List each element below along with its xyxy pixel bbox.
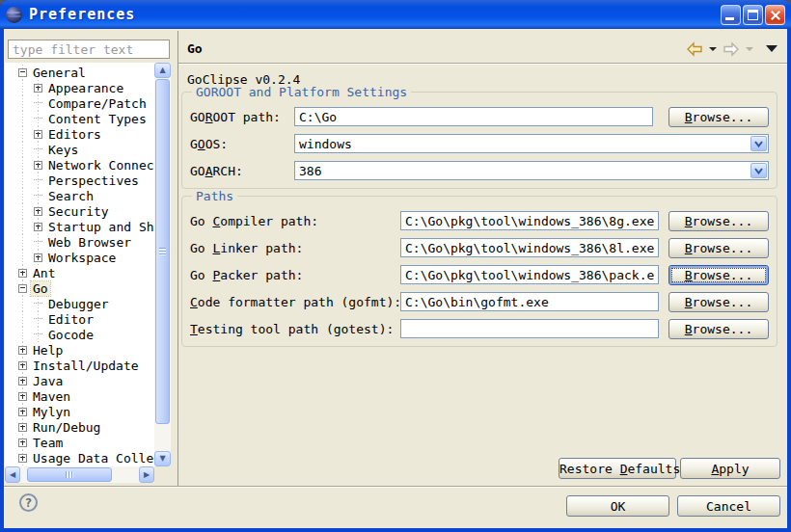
tree-connector xyxy=(34,179,42,181)
group-rows-0: GOROOT path:Browse...GOOS:windowsGOARCH:… xyxy=(190,103,769,184)
dialog-body: GeneralAppearanceCompare/PatchContent Ty… xyxy=(4,29,787,528)
filter-input[interactable] xyxy=(8,40,170,59)
chevron-down-icon[interactable] xyxy=(750,136,767,151)
cancel-button[interactable]: Cancel xyxy=(677,495,780,517)
tree-item-editor[interactable]: Editor xyxy=(5,311,154,327)
goos-select[interactable]: windows xyxy=(294,134,769,153)
tree-connector xyxy=(34,118,42,120)
tree-item-startup-and-shu[interactable]: Startup and Shu xyxy=(5,219,154,234)
minimize-button[interactable] xyxy=(721,5,741,25)
go-compiler-path-input[interactable] xyxy=(400,211,659,230)
goarch-select[interactable]: 386 xyxy=(294,161,769,180)
tree-item-label: Ant xyxy=(31,266,57,280)
tree-item-editors[interactable]: Editors xyxy=(5,126,154,142)
apply-button[interactable]: Apply xyxy=(680,458,780,479)
horizontal-scrollbar-thumb[interactable] xyxy=(27,467,112,482)
tree-item-label: Workspace xyxy=(46,251,118,265)
browse-button[interactable]: Browse... xyxy=(668,319,769,339)
tree-item-mylyn[interactable]: Mylyn xyxy=(5,404,154,419)
expand-icon[interactable] xyxy=(18,408,27,416)
tree-item-keys[interactable]: Keys xyxy=(5,142,154,157)
expand-icon[interactable] xyxy=(18,454,27,463)
tree-item-install-update[interactable]: Install/Update xyxy=(5,358,154,373)
go-packer-path-input[interactable] xyxy=(400,265,659,284)
combo-selected-value: windows xyxy=(299,136,352,152)
back-menu-icon[interactable] xyxy=(709,47,717,51)
tree-item-web-browser[interactable]: Web Browser xyxy=(5,234,154,250)
browse-button[interactable]: Browse... xyxy=(668,238,769,258)
collapse-icon[interactable] xyxy=(18,284,27,293)
forward-button[interactable] xyxy=(722,40,741,57)
tree-item-appearance[interactable]: Appearance xyxy=(5,80,154,95)
scroll-down-icon[interactable]: ▼ xyxy=(154,451,171,466)
expand-icon[interactable] xyxy=(18,269,27,278)
browse-button[interactable]: Browse... xyxy=(668,265,769,285)
expand-icon[interactable] xyxy=(18,423,27,432)
expand-icon[interactable] xyxy=(18,392,27,401)
tree-item-content-types[interactable]: Content Types xyxy=(5,111,154,126)
tree-horizontal-scrollbar[interactable]: ◀ ▶ xyxy=(5,466,154,483)
view-menu-icon[interactable] xyxy=(766,45,777,52)
scroll-left-icon[interactable]: ◀ xyxy=(5,466,20,483)
tree-item-label: Security xyxy=(46,204,111,219)
tree-item-perspectives[interactable]: Perspectives xyxy=(5,173,154,188)
tree-item-usage-data-collect[interactable]: Usage Data Collect xyxy=(5,450,154,466)
tree-vertical-scrollbar[interactable]: ▲ ▼ xyxy=(154,63,171,466)
tree-item-security[interactable]: Security xyxy=(5,203,154,219)
tree-item-java[interactable]: Java xyxy=(5,373,154,388)
expand-icon[interactable] xyxy=(34,161,42,170)
expand-icon[interactable] xyxy=(18,346,27,355)
maximize-button[interactable] xyxy=(743,5,763,25)
goroot-path-input[interactable] xyxy=(294,107,653,126)
tree-item-search[interactable]: Search xyxy=(5,188,154,203)
expand-icon[interactable] xyxy=(34,223,42,231)
help-icon[interactable]: ? xyxy=(19,493,38,512)
browse-button[interactable]: Browse... xyxy=(668,211,769,231)
expand-icon[interactable] xyxy=(18,439,27,447)
expand-icon[interactable] xyxy=(18,361,27,370)
expand-icon[interactable] xyxy=(34,253,42,262)
tree-item-maven[interactable]: Maven xyxy=(5,388,154,404)
browse-button[interactable]: Browse... xyxy=(668,107,769,127)
form-row: Go Compiler path:Browse... xyxy=(190,207,769,234)
ok-button[interactable]: OK xyxy=(566,495,669,517)
tree-item-team[interactable]: Team xyxy=(5,435,154,450)
forward-menu-icon[interactable] xyxy=(746,47,753,51)
titlebar[interactable]: Preferences xyxy=(0,0,791,29)
expand-icon[interactable] xyxy=(34,207,42,216)
scroll-right-icon[interactable]: ▶ xyxy=(139,466,154,483)
tree-item-workspace[interactable]: Workspace xyxy=(5,250,154,265)
close-button[interactable] xyxy=(765,5,785,25)
expand-icon[interactable] xyxy=(18,377,27,386)
restore-defaults-button[interactable]: Restore Defaults xyxy=(559,458,676,479)
tree-connector xyxy=(34,102,42,104)
form-row: GOROOT path:Browse... xyxy=(190,103,769,130)
vertical-scrollbar-thumb[interactable] xyxy=(155,79,170,424)
tree-item-label: Editors xyxy=(46,127,103,142)
tree-item-run-debug[interactable]: Run/Debug xyxy=(5,419,154,435)
goos-label: GOOS: xyxy=(190,137,294,151)
tree-item-go[interactable]: Go xyxy=(5,280,154,296)
tree-panel: GeneralAppearanceCompare/PatchContent Ty… xyxy=(5,63,171,483)
browse-button[interactable]: Browse... xyxy=(668,292,769,312)
tree-item-general[interactable]: General xyxy=(5,65,154,80)
scroll-up-icon[interactable]: ▲ xyxy=(154,63,171,78)
tree-item-help[interactable]: Help xyxy=(5,342,154,358)
tree-item-compare-patch[interactable]: Compare/Patch xyxy=(5,95,154,111)
tree-item-debugger[interactable]: Debugger xyxy=(5,296,154,311)
tree-item-ant[interactable]: Ant xyxy=(5,265,154,280)
maximize-icon xyxy=(748,10,758,20)
panel-divider[interactable] xyxy=(177,31,178,487)
collapse-icon[interactable] xyxy=(18,68,27,77)
expand-icon[interactable] xyxy=(34,84,42,93)
go-linker-path-input[interactable] xyxy=(400,238,659,257)
tree-item-network-connect[interactable]: Network Connect xyxy=(5,157,154,173)
expand-icon[interactable] xyxy=(34,130,42,139)
tree-item-gocode[interactable]: Gocode xyxy=(5,327,154,342)
tree-item-label: Maven xyxy=(31,389,72,404)
code-formatter-path-gofmt-input[interactable] xyxy=(400,292,659,311)
goroot-settings-group: GOROOT and Platform Settings GOROOT path… xyxy=(181,85,777,189)
testing-tool-path-gotest-input[interactable] xyxy=(400,319,659,338)
back-button[interactable] xyxy=(685,40,704,57)
chevron-down-icon[interactable] xyxy=(750,163,767,178)
